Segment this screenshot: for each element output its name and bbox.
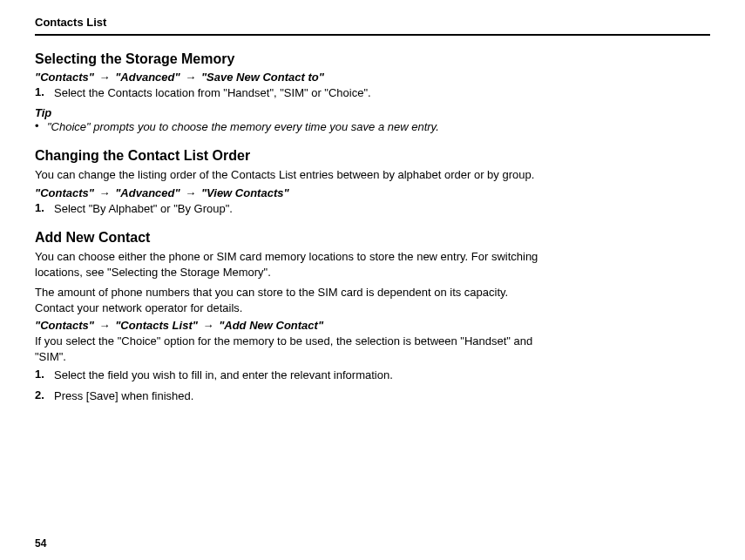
bc-part: "Contacts" xyxy=(35,319,94,332)
section-intro: You can choose either the phone or SIM c… xyxy=(35,249,540,280)
section-intro: The amount of phone numbers that you can… xyxy=(35,285,540,315)
step-text: Press [Save] when finished. xyxy=(54,388,193,404)
breadcrumb-order: "Contacts" → "Advanced" → "View Contacts… xyxy=(35,186,710,199)
arrow-icon: → xyxy=(99,186,111,199)
step-item: 1. Select the field you wish to fill in,… xyxy=(35,368,540,383)
breadcrumb-storage: "Contacts" → "Advanced" → "Save New Cont… xyxy=(35,71,710,84)
bullet-icon: • xyxy=(35,119,47,135)
bc-part: "View Contacts" xyxy=(201,186,289,199)
breadcrumb-add: "Contacts" → "Contacts List" → "Add New … xyxy=(35,319,710,332)
step-item: 2. Press [Save] when finished. xyxy=(35,388,540,404)
arrow-icon: → xyxy=(203,319,214,332)
section-title-storage: Selecting the Storage Memory xyxy=(35,51,710,67)
step-item: 1. Select the Contacts location from "Ha… xyxy=(35,85,540,101)
step-number: 1. xyxy=(35,368,54,383)
page-number: 54 xyxy=(35,537,46,550)
bc-part: "Add New Contact" xyxy=(219,319,323,332)
bc-part: "Save New Contact to" xyxy=(201,71,324,84)
arrow-icon: → xyxy=(99,319,111,332)
step-text: Select "By Alphabet" or "By Group". xyxy=(54,201,233,217)
step-number: 1. xyxy=(35,201,54,217)
bc-part: "Contacts List" xyxy=(115,319,198,332)
section-title-add: Add New Contact xyxy=(35,230,710,246)
arrow-icon: → xyxy=(99,71,111,84)
section-title-order: Changing the Contact List Order xyxy=(35,148,710,164)
step-item: 1. Select "By Alphabet" or "By Group". xyxy=(35,201,540,217)
arrow-icon: → xyxy=(185,186,196,199)
tip-label: Tip xyxy=(35,106,710,119)
bc-part: "Contacts" xyxy=(35,71,94,84)
step-number: 2. xyxy=(35,388,54,404)
section-note: If you select the "Choice" option for th… xyxy=(35,334,540,364)
step-text: Select the field you wish to fill in, an… xyxy=(54,368,393,383)
arrow-icon: → xyxy=(185,71,196,84)
step-text: Select the Contacts location from "Hands… xyxy=(54,85,371,101)
step-number: 1. xyxy=(35,85,54,101)
tip-row: • "Choice" prompts you to choose the mem… xyxy=(35,119,540,135)
bc-part: "Advanced" xyxy=(115,71,179,84)
section-intro: You can change the listing order of the … xyxy=(35,167,540,183)
tip-text: "Choice" prompts you to choose the memor… xyxy=(47,119,439,135)
bc-part: "Contacts" xyxy=(35,186,94,199)
page-header: Contacts List xyxy=(35,16,710,36)
bc-part: "Advanced" xyxy=(115,186,179,199)
